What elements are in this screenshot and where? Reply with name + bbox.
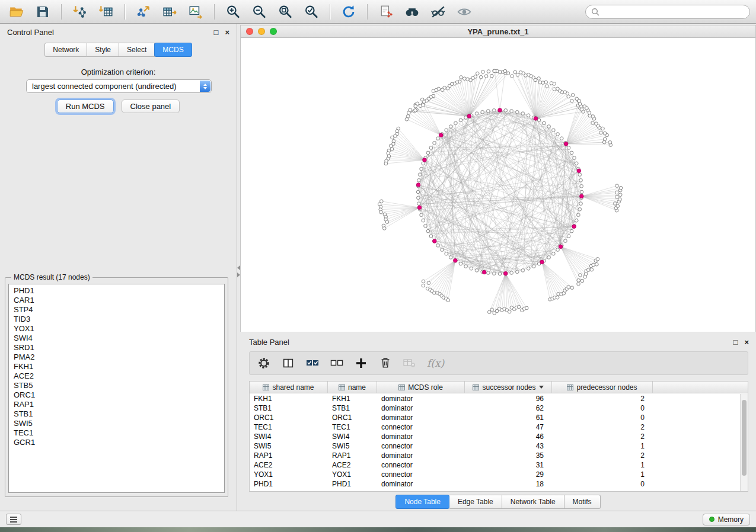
graph-node[interactable]: [420, 167, 423, 171]
graph-node[interactable]: [516, 270, 519, 274]
graph-leaf-node[interactable]: [613, 202, 617, 206]
mcds-result-item[interactable]: CAR1: [9, 296, 224, 305]
table-cell[interactable]: YOX1: [250, 470, 328, 479]
graph-leaf-node[interactable]: [384, 162, 388, 165]
table-cell[interactable]: RAP1: [328, 451, 377, 460]
close-window-icon[interactable]: [246, 28, 253, 35]
graph-node[interactable]: [459, 262, 462, 265]
graph-leaf-node[interactable]: [579, 274, 582, 277]
table-cell[interactable]: STB1: [250, 403, 328, 413]
graph-leaf-node[interactable]: [553, 88, 556, 91]
graph-leaf-node[interactable]: [618, 193, 622, 197]
table-cell[interactable]: ORC1: [250, 413, 328, 422]
graph-leaf-node[interactable]: [580, 108, 583, 111]
graph-leaf-node[interactable]: [517, 305, 521, 309]
graph-leaf-node[interactable]: [595, 262, 599, 266]
table-row[interactable]: ORC1ORC1dominator610: [250, 413, 740, 422]
table-row[interactable]: TEC1TEC1connector472: [250, 422, 740, 432]
graph-node[interactable]: [567, 146, 570, 150]
save-session-button[interactable]: [32, 2, 53, 21]
graph-node[interactable]: [487, 110, 490, 113]
graph-node[interactable]: [573, 156, 576, 160]
graph-leaf-node[interactable]: [619, 186, 623, 190]
mcds-result-list[interactable]: PHD1CAR1STP4TID3YOX1SWI4SRD1PMA2FKH1ACE2…: [8, 284, 225, 493]
graph-node[interactable]: [445, 252, 448, 255]
table-cell[interactable]: 29: [465, 470, 552, 479]
panel-menu-button[interactable]: [6, 514, 21, 525]
column-header-name[interactable]: name: [328, 382, 377, 393]
graph-leaf-node[interactable]: [391, 136, 394, 139]
table-row[interactable]: PHD1PHD1dominator180: [250, 479, 740, 489]
table-row[interactable]: ACE2ACE2connector311: [250, 460, 740, 470]
graph-node[interactable]: [580, 190, 583, 194]
graph-leaf-node[interactable]: [618, 198, 622, 201]
graph-leaf-node[interactable]: [616, 204, 620, 208]
graph-node[interactable]: [577, 213, 580, 217]
table-cell[interactable]: 2: [552, 451, 653, 460]
graph-node[interactable]: [580, 184, 583, 188]
graph-node[interactable]: [556, 248, 560, 252]
graph-leaf-node[interactable]: [462, 77, 466, 81]
graph-leaf-node[interactable]: [599, 131, 603, 134]
graph-node[interactable]: [464, 116, 468, 120]
graph-node[interactable]: [510, 271, 513, 275]
graph-leaf-node[interactable]: [586, 268, 590, 272]
graph-node[interactable]: [564, 239, 567, 243]
graph-hub-node[interactable]: [423, 158, 427, 162]
table-cell[interactable]: 1: [552, 460, 653, 470]
graph-node[interactable]: [527, 114, 530, 117]
tab-motifs[interactable]: Motifs: [564, 495, 601, 509]
graph-leaf-node[interactable]: [460, 76, 463, 79]
graph-leaf-node[interactable]: [508, 310, 511, 313]
graph-leaf-node[interactable]: [433, 291, 436, 295]
table-cell[interactable]: 46: [465, 432, 552, 441]
graph-node[interactable]: [547, 125, 551, 129]
graph-node[interactable]: [417, 179, 421, 182]
memory-button[interactable]: Memory: [703, 514, 750, 525]
tab-select[interactable]: Select: [119, 43, 155, 57]
mcds-result-item[interactable]: TID3: [9, 315, 224, 324]
graph-hub-node[interactable]: [482, 270, 486, 274]
close-panel-icon[interactable]: ×: [744, 338, 749, 346]
graph-node[interactable]: [441, 248, 444, 252]
graph-leaf-node[interactable]: [490, 308, 494, 312]
table-cell[interactable]: ACE2: [250, 460, 328, 470]
graph-leaf-node[interactable]: [476, 72, 480, 75]
graph-leaf-node[interactable]: [422, 284, 425, 287]
graph-leaf-node[interactable]: [546, 85, 549, 88]
graph-leaf-node[interactable]: [487, 70, 490, 73]
graph-node[interactable]: [417, 202, 421, 206]
table-cell[interactable]: SWI4: [328, 432, 377, 441]
zoom-fit-button[interactable]: [275, 2, 296, 21]
table-cell[interactable]: 47: [465, 422, 552, 432]
graph-leaf-node[interactable]: [427, 281, 430, 285]
table-cell[interactable]: 1: [552, 470, 653, 479]
graph-leaf-node[interactable]: [382, 227, 386, 230]
tab-style[interactable]: Style: [87, 43, 119, 57]
select-all-button[interactable]: [305, 356, 320, 370]
graph-hub-node[interactable]: [498, 108, 502, 113]
close-panel-button[interactable]: Close panel: [122, 100, 180, 113]
graph-leaf-node[interactable]: [446, 86, 449, 90]
mcds-result-item[interactable]: PMA2: [9, 352, 224, 362]
graph-leaf-node[interactable]: [414, 104, 417, 108]
graph-node[interactable]: [424, 225, 428, 228]
graph-node[interactable]: [552, 129, 556, 132]
graph-leaf-node[interactable]: [385, 220, 389, 224]
scrollbar-thumb[interactable]: [742, 400, 747, 476]
graph-leaf-node[interactable]: [513, 70, 517, 74]
table-cell[interactable]: RAP1: [250, 451, 328, 460]
network-from-document-button[interactable]: [375, 2, 397, 21]
maximize-window-icon[interactable]: [270, 28, 277, 35]
graph-leaf-node[interactable]: [481, 70, 485, 73]
graph-leaf-node[interactable]: [603, 137, 607, 141]
graph-node[interactable]: [475, 112, 479, 116]
table-cell[interactable]: connector: [377, 441, 465, 451]
mcds-result-item[interactable]: ACE2: [9, 371, 224, 381]
graph-node[interactable]: [547, 256, 551, 259]
table-cell[interactable]: 18: [465, 479, 552, 489]
graph-node[interactable]: [556, 133, 560, 136]
graph-leaf-node[interactable]: [578, 102, 582, 106]
graph-leaf-node[interactable]: [389, 144, 393, 148]
mcds-result-item[interactable]: TEC1: [9, 428, 224, 438]
